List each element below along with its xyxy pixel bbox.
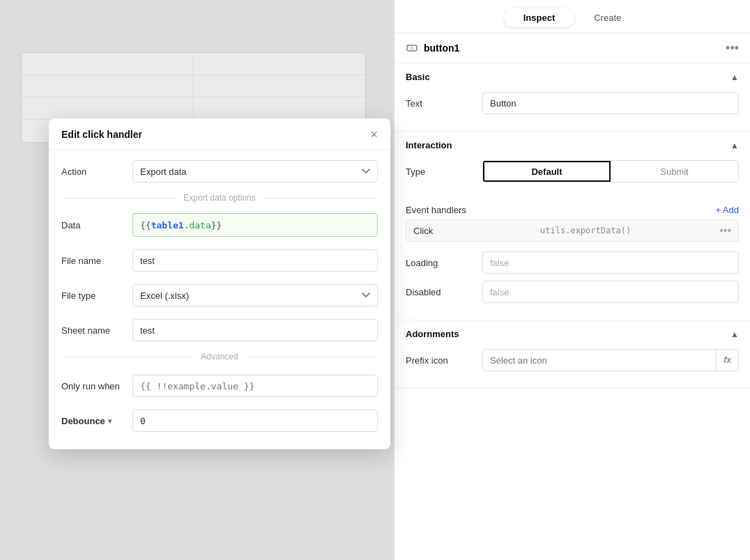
click-event-code: utils.exportData() [540, 226, 631, 235]
click-event-name: Click [413, 226, 452, 236]
component-name-text: button1 [424, 42, 459, 54]
disabled-row: Disabled [406, 281, 739, 303]
sheetname-row: Sheet name [49, 313, 390, 348]
only-run-input[interactable] [132, 375, 378, 397]
loading-label: Loading [406, 258, 482, 268]
basic-section: Basic ▲ Text [395, 63, 750, 132]
type-label: Type [406, 166, 482, 177]
icon-input-wrap [482, 349, 717, 371]
action-row: Action Export data [49, 154, 390, 189]
event-handlers-label: Event handlers [406, 205, 466, 215]
fx-button[interactable]: fx [717, 349, 739, 371]
type-toggle-group: Default Submit [482, 160, 739, 182]
tab-create[interactable]: Create [574, 8, 641, 27]
data-row: Data {{table1.data}} [49, 207, 390, 243]
filename-row: File name [49, 243, 390, 278]
modal-close-button[interactable]: × [370, 128, 378, 141]
action-label: Action [61, 166, 124, 177]
prefix-icon-row: Prefix icon fx [406, 349, 739, 371]
component-icon [406, 42, 418, 54]
interaction-chevron-icon: ▲ [730, 141, 739, 150]
filetype-label: File type [61, 290, 124, 301]
text-label: Text [406, 98, 482, 109]
component-header: button1 ••• [395, 33, 750, 63]
export-divider: Export data options [49, 189, 390, 207]
component-name-row: button1 [406, 42, 459, 54]
click-event-row[interactable]: Click utils.exportData() ••• [406, 219, 739, 242]
basic-chevron-icon: ▲ [730, 72, 739, 82]
only-run-label: Only run when [61, 381, 124, 391]
sheetname-input[interactable] [132, 319, 378, 341]
action-select[interactable]: Export data [132, 160, 378, 182]
component-more-button[interactable]: ••• [726, 42, 739, 54]
debounce-chevron-icon[interactable]: ▾ [108, 417, 112, 425]
loading-input[interactable] [482, 251, 739, 274]
icon-picker: fx [482, 349, 739, 371]
data-label: Data [61, 220, 124, 231]
filename-label: File name [61, 256, 124, 266]
advanced-divider: Advanced [49, 348, 390, 366]
click-event-more-button[interactable]: ••• [719, 224, 731, 237]
advanced-section: Only run when Debounce ▾ [49, 366, 390, 445]
debounce-label-text: Debounce [61, 416, 105, 426]
text-row: Text [406, 92, 739, 114]
basic-section-header[interactable]: Basic ▲ [395, 63, 750, 89]
interaction-section: Interaction ▲ Type Default Submit Event … [395, 132, 750, 320]
add-event-button[interactable]: + Add [715, 205, 739, 215]
disabled-input[interactable] [482, 281, 739, 303]
right-panel: Inspect Create button1 ••• Basic ▲ Text [394, 0, 750, 560]
modal-header: Edit click handler × [49, 118, 390, 150]
interaction-section-title: Interaction [406, 140, 452, 150]
text-input[interactable] [482, 92, 739, 114]
adornments-section-title: Adornments [406, 329, 459, 339]
adornments-chevron-icon: ▲ [730, 329, 739, 339]
adornments-section: Adornments ▲ Prefix icon fx [395, 320, 750, 389]
basic-section-title: Basic [406, 72, 430, 82]
svg-point-1 [407, 45, 409, 47]
interaction-section-header[interactable]: Interaction ▲ [395, 132, 750, 157]
tab-inspect[interactable]: Inspect [504, 8, 575, 27]
modal-title: Edit click handler [61, 129, 142, 140]
prefix-icon-input[interactable] [482, 349, 717, 371]
sheetname-label: Sheet name [61, 325, 124, 336]
filetype-row: File type Excel (.xlsx) [49, 278, 390, 313]
modal-body: Action Export data Export data options D… [49, 150, 390, 449]
interaction-section-body: Type Default Submit [395, 157, 750, 199]
type-submit-button[interactable]: Submit [611, 161, 738, 182]
basic-section-body: Text [395, 89, 750, 131]
type-row: Type Default Submit [406, 160, 739, 182]
only-run-row: Only run when [61, 368, 378, 403]
debounce-label-wrap: Debounce ▾ [61, 416, 124, 426]
debounce-row: Debounce ▾ [61, 403, 378, 438]
filename-input[interactable] [132, 249, 378, 272]
edit-click-handler-modal: Edit click handler × Action Export data … [49, 118, 390, 449]
adornments-section-body: Prefix icon fx [395, 346, 750, 388]
type-default-button[interactable]: Default [483, 161, 611, 182]
loading-section-body: Loading Disabled [395, 249, 750, 320]
data-input[interactable]: {{table1.data}} [132, 213, 378, 237]
event-handlers-header: Event handlers + Add [395, 199, 750, 219]
debounce-input[interactable] [132, 410, 378, 432]
tabs-bar: Inspect Create [395, 0, 750, 33]
prefix-icon-label: Prefix icon [406, 355, 482, 366]
adornments-section-header[interactable]: Adornments ▲ [395, 320, 750, 346]
filetype-select[interactable]: Excel (.xlsx) [132, 284, 378, 306]
loading-row: Loading [406, 251, 739, 274]
disabled-label: Disabled [406, 287, 482, 297]
